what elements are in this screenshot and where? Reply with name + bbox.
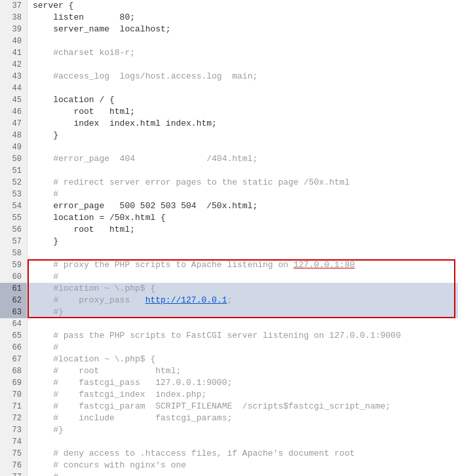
code-line: server_name localhost; (28, 24, 458, 35)
code-line: # proxy the PHP scripts to Apache listen… (28, 259, 458, 271)
line-number: 59 (0, 259, 27, 271)
line-number: 44 (0, 82, 27, 94)
code-line: # concurs with nginx's one (28, 460, 458, 471)
line-number: 77 (0, 471, 27, 476)
code-line: location = /50x.html { (28, 212, 458, 224)
code-line: #location ~ \.php$ { (28, 283, 458, 295)
code-line: } (28, 130, 458, 141)
code-line (28, 247, 458, 259)
line-number: 69 (0, 377, 27, 389)
line-number: 39 (0, 24, 27, 35)
line-number: 41 (0, 47, 27, 59)
line-number: 46 (0, 106, 27, 118)
code-line (28, 318, 458, 330)
line-number: 64 (0, 318, 27, 330)
line-number: 50 (0, 153, 27, 165)
code-line: #charset koi8-r; (28, 47, 458, 59)
line-number: 54 (0, 200, 27, 212)
line-number: 61 (0, 283, 27, 295)
code-line: # include fastcgi_params; (28, 412, 458, 424)
code-line: root html; (28, 106, 458, 118)
line-numbers: 3738394041424344454647484950515253545556… (0, 0, 28, 476)
line-number: 55 (0, 212, 27, 224)
line-number: 66 (0, 342, 27, 354)
code-line: index index.html index.htm; (28, 118, 458, 130)
line-number: 48 (0, 130, 27, 141)
line-number: 75 (0, 448, 27, 460)
line-number: 71 (0, 401, 27, 412)
code-line: server { (28, 0, 458, 12)
code-line: # proxy_pass http://127.0.0.1; (28, 295, 458, 306)
code-content: server { listen 80; server_name localhos… (28, 0, 458, 476)
code-line: # (28, 471, 458, 476)
code-line: # pass the PHP scripts to FastCGI server… (28, 330, 458, 342)
line-number: 47 (0, 118, 27, 130)
line-number: 74 (0, 436, 27, 448)
line-number: 60 (0, 271, 27, 283)
line-number: 42 (0, 59, 27, 71)
code-line: # fastcgi_param SCRIPT_FILENAME /scripts… (28, 401, 458, 412)
code-line: #location ~ \.php$ { (28, 354, 458, 365)
code-line: #} (28, 306, 458, 318)
line-number: 45 (0, 94, 27, 106)
line-number: 37 (0, 0, 27, 12)
code-line: #access_log logs/host.access.log main; (28, 71, 458, 82)
code-line (28, 82, 458, 94)
code-line: listen 80; (28, 12, 458, 24)
code-line: # (28, 271, 458, 283)
code-line: location / { (28, 94, 458, 106)
line-number: 43 (0, 71, 27, 82)
line-number: 72 (0, 412, 27, 424)
code-line: # fastcgi_pass 127.0.0.1:9000; (28, 377, 458, 389)
line-number: 57 (0, 236, 27, 247)
line-number: 67 (0, 354, 27, 365)
line-number: 56 (0, 224, 27, 236)
code-line: #error_page 404 /404.html; (28, 153, 458, 165)
code-line: # root html; (28, 365, 458, 377)
line-number: 70 (0, 389, 27, 401)
line-number: 65 (0, 330, 27, 342)
code-line: #} (28, 424, 458, 436)
code-container: 3738394041424344454647484950515253545556… (0, 0, 458, 476)
line-number: 51 (0, 165, 27, 177)
code-line: root html; (28, 224, 458, 236)
line-number: 76 (0, 460, 27, 471)
code-line: # fastcgi_index index.php; (28, 389, 458, 401)
code-line: # redirect server error pages to the sta… (28, 177, 458, 189)
code-line (28, 436, 458, 448)
code-line (28, 141, 458, 153)
code-line: } (28, 236, 458, 247)
code-line (28, 59, 458, 71)
code-line: error_page 500 502 503 504 /50x.html; (28, 200, 458, 212)
line-number: 68 (0, 365, 27, 377)
line-number: 52 (0, 177, 27, 189)
code-line: # deny access to .htaccess files, if Apa… (28, 448, 458, 460)
line-number: 62 (0, 295, 27, 306)
line-number: 58 (0, 247, 27, 259)
line-number: 63 (0, 306, 27, 318)
line-number: 49 (0, 141, 27, 153)
line-number: 73 (0, 424, 27, 436)
line-number: 38 (0, 12, 27, 24)
code-line (28, 165, 458, 177)
line-number: 40 (0, 35, 27, 47)
code-line: # (28, 342, 458, 354)
code-line (28, 35, 458, 47)
line-number: 53 (0, 189, 27, 200)
code-line: # (28, 189, 458, 200)
